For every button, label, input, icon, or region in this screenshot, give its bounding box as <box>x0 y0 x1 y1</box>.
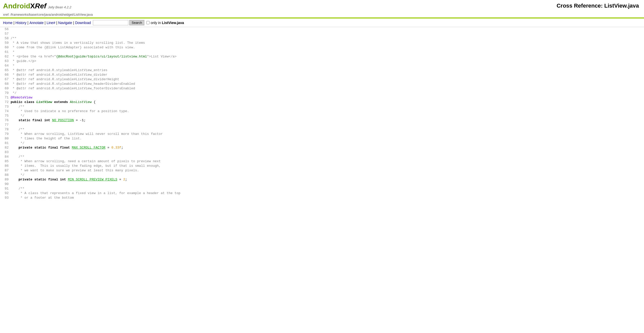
table-row: 78 /** <box>0 127 644 132</box>
table-row: 63 * guide.</p> <box>0 59 644 64</box>
search-button[interactable]: Search <box>129 20 144 25</box>
logo-xref-x: X <box>30 2 35 10</box>
table-row: 73 /** <box>0 105 644 109</box>
logo-area: AndroidXRefJelly Bean 4.2.2 <box>0 0 74 10</box>
logo-xref-ref: Ref <box>35 2 46 10</box>
table-row: 87 * we want to make sure we preview at … <box>0 168 644 173</box>
table-row: 74 * Used to indicate a no preference fo… <box>0 109 644 114</box>
table-row: 61 * <box>0 50 644 54</box>
table-row: 66 * @attr ref android.R.styleable#ListV… <box>0 73 644 77</box>
table-row: 75 */ <box>0 114 644 118</box>
table-row: 84 /** <box>0 155 644 159</box>
table-row: 68 * @attr ref android.R.styleable#ListV… <box>0 82 644 86</box>
table-row: 79 * When arrow scrolling, ListView will… <box>0 132 644 136</box>
table-row: 85 * When arrow scrolling, need a certai… <box>0 159 644 164</box>
nav-navigate[interactable]: Navigate <box>58 21 72 25</box>
table-row: 71 @RemoteView <box>0 95 644 100</box>
table-row: 82 private static final float MAX_SCROLL… <box>0 145 644 150</box>
table-row: 70 */ <box>0 91 644 95</box>
table-row: 64 * <box>0 64 644 68</box>
link-abslistview[interactable]: AbsListView <box>70 100 92 104</box>
breadcrumb: xref: /frameworks/base/core/java/android… <box>0 12 644 17</box>
table-row: 77 <box>0 123 644 127</box>
search-input[interactable] <box>93 20 128 25</box>
table-row: 88 */ <box>0 173 644 177</box>
table-row: 92 * A class that represents a fixed vie… <box>0 191 644 196</box>
nav-download[interactable]: Download <box>75 21 91 25</box>
nav-history[interactable]: History <box>15 21 27 25</box>
table-row: 90 <box>0 182 644 186</box>
table-row: 81 */ <box>0 141 644 145</box>
table-row: 67 * @attr ref android.R.styleable#ListV… <box>0 77 644 82</box>
table-row: 62 * <p>See the <a href="{@docRoot}guide… <box>0 54 644 59</box>
table-row: 58 /** <box>0 36 644 41</box>
table-row: 59 * A view that shows items in a vertic… <box>0 41 644 45</box>
table-row: 76 static final int NO_POSITION = -1; <box>0 118 644 123</box>
logo-version: Jelly Bean 4.2.2 <box>48 5 71 9</box>
only-label: only in ListView.java <box>151 21 184 25</box>
table-row: 89 private static final int MIN_SCROLL_P… <box>0 177 644 182</box>
table-row: 86 * items. This is usually the fading e… <box>0 164 644 168</box>
code-area: 56 57 58 /** 59 * A view that shows item… <box>0 27 644 200</box>
logo-android: Android <box>3 2 30 10</box>
table-row: 65 * @attr ref android.R.styleable#ListV… <box>0 68 644 73</box>
nav-annotate[interactable]: Annotate <box>29 21 44 25</box>
table-row: 60 * come from the {@link ListAdapter} a… <box>0 45 644 50</box>
nav-line[interactable]: Line# <box>47 21 55 25</box>
table-row: 72 public class ListView extends AbsList… <box>0 100 644 105</box>
link-docroot[interactable]: {@docRoot}guide/topics/ui/layout/listvie… <box>56 55 147 58</box>
table-row: 69 * @attr ref android.R.styleable#ListV… <box>0 86 644 91</box>
table-row: 91 /** <box>0 186 644 191</box>
nav-home[interactable]: Home <box>3 21 12 25</box>
link-listview[interactable]: ListView <box>36 100 52 104</box>
page-title: Cross Reference: ListView.java <box>552 0 644 12</box>
table-row: 57 <box>0 32 644 36</box>
table-row: 93 * or a footer at the bottom <box>0 196 644 200</box>
table-row: 83 <box>0 150 644 155</box>
table-row: 56 <box>0 27 644 32</box>
breadcrumb-text: xref: /frameworks/base/core/java/android… <box>3 13 93 16</box>
link-no-position[interactable]: NO_POSITION <box>52 118 74 122</box>
link-min-scroll-preview[interactable]: MIN_SCROLL_PREVIEW_PIXELS <box>68 178 117 181</box>
nav-bar: Home | History | Annotate | Line# | Navi… <box>0 18 644 27</box>
link-max-scroll-factor[interactable]: MAX_SCROLL_FACTOR <box>72 146 106 150</box>
only-checkbox[interactable] <box>146 21 150 24</box>
table-row: 80 * times the height of the list. <box>0 136 644 141</box>
only-filename: ListView.java <box>162 21 184 25</box>
